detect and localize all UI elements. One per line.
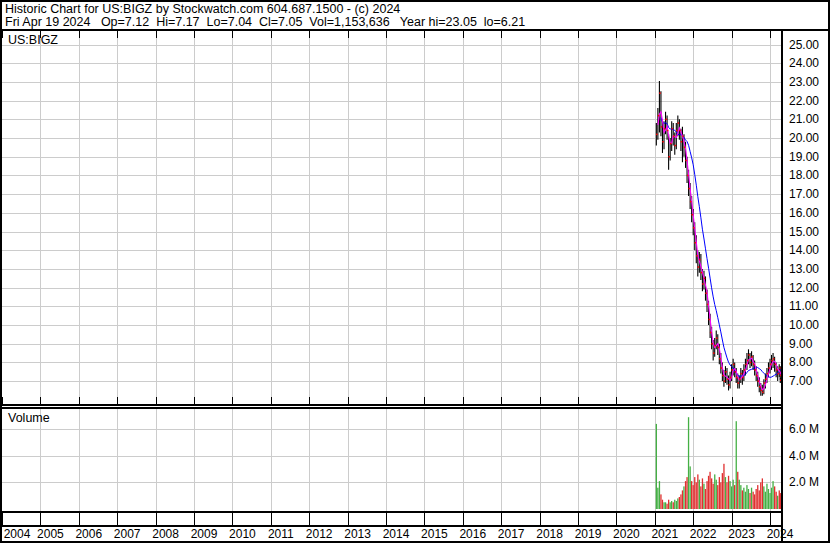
- price-axis-tick: 20.00: [789, 131, 819, 145]
- price-axis-tick: 13.00: [789, 262, 819, 276]
- volume-axis-tick: 2.0 M: [789, 475, 819, 489]
- year-label: 2019: [574, 527, 602, 541]
- year-label: 2016: [459, 527, 487, 541]
- year-label: 2005: [36, 527, 64, 541]
- price-axis-tick: 7.00: [789, 374, 812, 388]
- year-label: 2021: [651, 527, 679, 541]
- right-axis-panel: 25.0024.0023.0022.0021.0020.0019.0018.00…: [781, 31, 828, 541]
- price-axis-tick: 11.00: [789, 299, 818, 313]
- year-label: 2015: [420, 527, 448, 541]
- quote-summary-line: Fri Apr 19 2024 Op=7.12 Hi=7.17 Lo=7.04 …: [5, 16, 525, 29]
- year-label: 2020: [612, 527, 640, 541]
- price-axis-tick: 19.00: [789, 150, 819, 164]
- volume-label: Volume: [8, 411, 50, 425]
- year-label: 2007: [113, 527, 141, 541]
- price-axis-tick: 8.00: [789, 355, 812, 369]
- x-axis-tick-row: [2, 513, 781, 525]
- price-chart-svg: [2, 31, 781, 404]
- price-axis-tick: 12.00: [789, 281, 819, 295]
- price-axis-tick: 24.00: [789, 56, 819, 70]
- price-axis-tick: 25.00: [789, 38, 819, 52]
- year-label: 2022: [689, 527, 717, 541]
- year-label: 2012: [305, 527, 333, 541]
- price-axis-tick: 14.00: [789, 243, 819, 257]
- price-pane: US:BIGZ: [2, 31, 781, 404]
- year-label: 2006: [75, 527, 103, 541]
- year-label: 2013: [344, 527, 372, 541]
- volume-chart-svg: [2, 409, 781, 511]
- price-axis-tick: 16.00: [789, 206, 819, 220]
- year-label: 2011: [267, 527, 295, 541]
- price-axis-tick: 22.00: [789, 94, 819, 108]
- year-label: 2024: [766, 527, 794, 541]
- year-label: 2004: [3, 527, 31, 541]
- year-label: 2018: [536, 527, 564, 541]
- year-label: 2017: [497, 527, 525, 541]
- price-axis-tick: 9.00: [789, 337, 812, 351]
- symbol-label: US:BIGZ: [8, 33, 58, 47]
- price-axis-tick: 15.00: [789, 225, 819, 239]
- volume-axis-tick: 4.0 M: [789, 449, 819, 463]
- price-axis-tick: 17.00: [789, 187, 819, 201]
- year-label: 2008: [152, 527, 180, 541]
- price-axis-tick: 10.00: [789, 318, 819, 332]
- year-label: 2014: [382, 527, 410, 541]
- year-axis: 2004200520062007200820092010201120122013…: [2, 527, 828, 541]
- year-label: 2009: [190, 527, 218, 541]
- price-axis-tick: 18.00: [789, 168, 819, 182]
- year-label: 2010: [228, 527, 256, 541]
- stockwatch-historic-chart-window: Historic Chart for US:BIGZ by Stockwatch…: [0, 0, 830, 543]
- volume-pane: Volume: [2, 409, 781, 511]
- price-axis-tick: 21.00: [789, 112, 819, 126]
- volume-axis-tick: 6.0 M: [789, 422, 819, 436]
- price-axis-tick: 23.00: [789, 75, 819, 89]
- year-label: 2023: [728, 527, 756, 541]
